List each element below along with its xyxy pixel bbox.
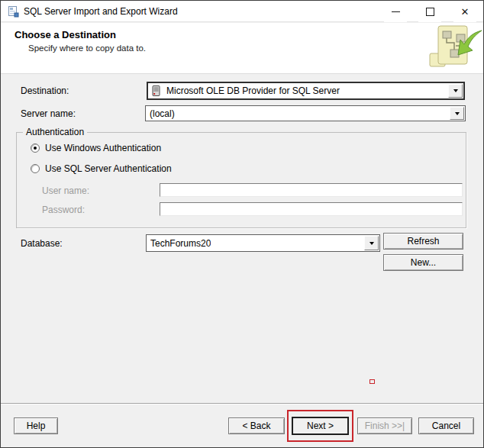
sql-auth-label[interactable]: Use SQL Server Authentication (45, 163, 172, 174)
footer-divider-highlight (1, 404, 484, 404)
database-label: Database: (21, 238, 63, 249)
refresh-button[interactable]: Refresh (383, 233, 463, 250)
database-value: TechForums20 (147, 238, 211, 249)
wizard-page-header: Choose a Destination Specify where to co… (1, 23, 483, 74)
database-dropdown-button[interactable] (364, 236, 379, 250)
page-title: Choose a Destination (15, 29, 116, 40)
app-icon (8, 6, 19, 18)
destination-value: Microsoft OLE DB Provider for SQL Server (161, 85, 340, 96)
destination-dropdown-button[interactable] (448, 84, 463, 98)
dropdown-arrow-icon (453, 89, 458, 92)
radio-dot-icon (34, 147, 37, 150)
titlebar: SQL Server Import and Export Wizard ✕ (1, 1, 483, 22)
import-export-diagram-icon (427, 24, 482, 69)
password-field (160, 202, 463, 216)
close-button[interactable]: ✕ (453, 1, 476, 22)
help-button[interactable]: Help (14, 417, 58, 434)
page-subtitle: Specify where to copy data to. (28, 44, 146, 53)
back-button[interactable]: < Back (228, 417, 285, 434)
finish-button: Finish >>| (357, 417, 412, 434)
server-name-combobox[interactable]: (local) (145, 105, 466, 121)
minimize-button[interactable] (384, 1, 407, 22)
destination-combobox[interactable]: Microsoft OLE DB Provider for SQL Server (147, 82, 465, 100)
server-name-label: Server name: (21, 108, 76, 119)
close-icon: ✕ (461, 7, 469, 17)
next-button[interactable]: Next > (292, 417, 349, 435)
password-label: Password: (42, 205, 85, 215)
sql-auth-radio[interactable] (31, 164, 40, 173)
destination-label: Destination: (21, 85, 69, 96)
wizard-window: SQL Server Import and Export Wizard ✕ Ch… (0, 0, 484, 448)
cancel-button[interactable]: Cancel (418, 417, 474, 434)
server-name-dropdown-button[interactable] (450, 107, 464, 120)
minimize-icon (392, 11, 400, 12)
window-title: SQL Server Import and Export Wizard (24, 1, 178, 22)
database-combobox[interactable]: TechForums20 (146, 234, 380, 252)
maximize-icon (426, 8, 434, 16)
authentication-legend: Authentication (23, 127, 87, 137)
windows-auth-label[interactable]: Use Windows Authentication (45, 143, 161, 153)
dropdown-arrow-icon (455, 112, 460, 115)
authentication-groupbox: Authentication Use Windows Authenticatio… (16, 132, 466, 228)
maximize-button[interactable] (418, 1, 441, 22)
new-database-button[interactable]: New... (383, 254, 463, 271)
windows-auth-radio[interactable] (31, 143, 40, 153)
annotation-mark (369, 379, 375, 384)
dropdown-arrow-icon (369, 242, 374, 245)
username-label: User name: (42, 185, 89, 196)
database-server-icon (152, 85, 161, 97)
username-field (160, 183, 463, 197)
server-name-value: (local) (146, 108, 175, 119)
